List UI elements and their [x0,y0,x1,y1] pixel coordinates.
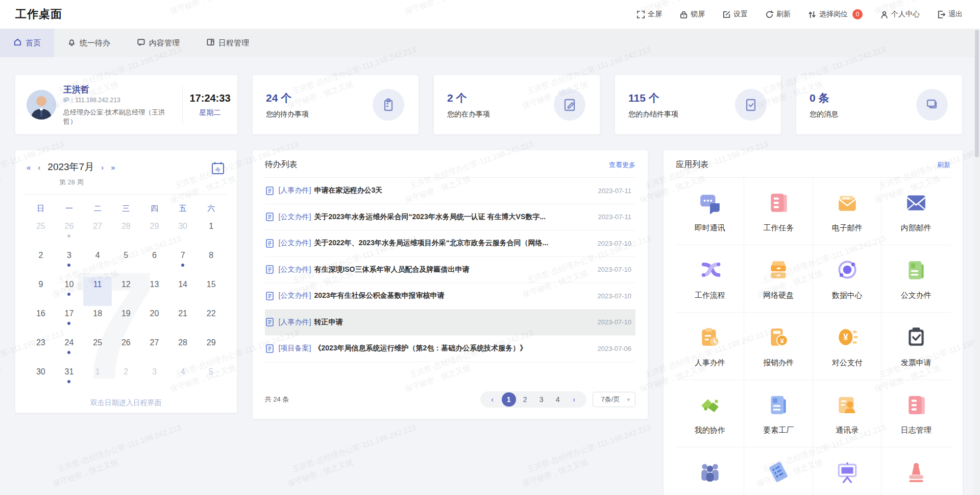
calendar-day[interactable]: 17 [55,306,84,335]
calendar-day[interactable]: 19 [112,306,140,335]
header-action-选择岗位[interactable]: 选择岗位0 [808,9,863,19]
calendar-day[interactable]: 7 [168,248,197,277]
todo-item[interactable]: [项目备案]《2023年局信息系统运行维护（第2包：基础办公系统技术服务）》20… [265,336,635,362]
calendar-day[interactable]: 13 [140,277,169,306]
app-board-icon[interactable] [813,447,882,495]
app-电子邮件[interactable]: 电子邮件 [813,178,882,245]
todo-item[interactable]: [公文办件]关于2023年水务运维外采合同“2023年水务局统一认证 有生博大V… [265,204,635,231]
todo-item[interactable]: [公文办件]关于2022年、2023年水务局运维项目外采“北京市政务云服务合同（… [265,230,635,257]
app-即时通讯[interactable]: 即时通讯 [676,178,745,245]
today-icon[interactable]: 今 [210,160,226,178]
calendar-day[interactable]: 5 [112,248,140,277]
app-我的协作[interactable]: 我的协作 [676,380,745,447]
calendar-day[interactable]: 26 [112,335,140,364]
app-日志管理[interactable]: 日志管理 [881,380,950,447]
calendar-day[interactable]: 22 [197,306,226,335]
calendar-day[interactable]: 1 [83,364,112,393]
calendar-day[interactable]: 15 [197,277,226,306]
app-工作流程[interactable]: 工作流程 [676,245,745,313]
app-people-icon[interactable] [676,447,745,495]
header-action-设置[interactable]: 设置 [722,10,748,19]
todo-item[interactable]: [人事办件]转正申请2023-07-10 [265,310,635,336]
calendar-day[interactable]: 27 [140,335,169,364]
calendar-day[interactable]: 2 [27,248,55,277]
app-数据中心[interactable]: 数据中心 [813,245,882,313]
stat-card-4[interactable]: 0 条您的消息 [796,75,962,134]
next-year-button[interactable]: » [111,163,115,172]
view-more-link[interactable]: 查看更多 [609,160,635,170]
calendar-day[interactable]: 14 [168,277,197,306]
app-报销办件[interactable]: ¥报销办件 [744,313,813,380]
page-button-2[interactable]: 2 [518,392,532,407]
todo-item[interactable]: [公文办件]有生深境ISO三体系年审人员配合及牌匾借出申请2023-07-10 [265,257,635,284]
calendar-day[interactable]: 29 [140,219,169,248]
calendar-day[interactable]: 28 [168,335,197,364]
calendar-day[interactable]: 26 [55,219,84,248]
calendar-day[interactable]: 12 [112,277,140,306]
calendar-day[interactable]: 25 [83,335,112,364]
header-action-退出[interactable]: 退出 [937,10,963,19]
calendar-day[interactable]: 30 [168,219,197,248]
app-要素工厂[interactable]: 要素工厂 [744,380,813,447]
page-button-3[interactable]: 3 [534,392,549,407]
calendar-day[interactable]: 6 [140,248,169,277]
scrollbar-thumb[interactable] [975,30,979,157]
calendar-day[interactable]: 31 [55,364,84,393]
calendar-day[interactable]: 29 [197,335,226,364]
calendar-day-selected[interactable]: 11 [83,277,112,306]
calendar-day[interactable]: 24 [55,335,84,364]
calendar-day[interactable]: 21 [168,306,197,335]
calendar-day[interactable]: 4 [168,364,197,393]
calendar-day[interactable]: 1 [197,219,226,248]
calendar-day[interactable]: 3 [140,364,169,393]
app-发票申请[interactable]: 发票申请 [881,313,950,380]
calendar-day[interactable]: 25 [27,219,55,248]
calendar-day[interactable]: 10 [55,277,84,306]
app-网络硬盘[interactable]: 网络硬盘 [744,245,813,313]
calendar-day[interactable]: 5 [197,364,226,393]
app-对公支付[interactable]: ¥对公支付 [813,313,882,380]
prev-page-button[interactable]: ‹ [485,392,500,407]
calendar-day[interactable]: 23 [27,335,55,364]
next-page-button[interactable]: › [567,392,581,407]
tab-内容管理[interactable]: 内容管理 [124,29,193,57]
todo-item[interactable]: [人事办件]申请在家远程办公3天2023-07-11 [265,178,635,204]
app-paper-tilt-icon[interactable] [744,447,813,495]
apps-refresh-link[interactable]: 刷新 [937,160,950,170]
tab-统一待办[interactable]: 统一待办 [54,29,124,57]
app-人事办件[interactable]: 人事办件 [676,313,745,380]
page-button-4[interactable]: 4 [551,392,565,407]
page-button-1[interactable]: 1 [502,392,516,407]
prev-year-button[interactable]: « [27,163,31,172]
calendar-day[interactable]: 27 [83,219,112,248]
header-action-刷新[interactable]: 刷新 [765,10,791,19]
todo-page-size-select[interactable]: 7条/页 ▾ [593,392,635,407]
app-stamp-icon[interactable] [881,447,950,495]
calendar-hint[interactable]: 双击日期进入日程界面 [27,393,226,413]
calendar-day[interactable]: 28 [112,219,140,248]
stat-card-1[interactable]: 24 个您的待办事项 [253,75,419,134]
calendar-day[interactable]: 3 [55,248,84,277]
stat-card-3[interactable]: 115 个您的办结件事项 [615,75,781,134]
next-month-button[interactable]: › [101,163,104,172]
page-scrollbar[interactable] [974,29,980,495]
calendar-day[interactable]: 8 [197,248,226,277]
app-内部邮件[interactable]: 内部邮件 [881,178,950,245]
app-公文办件[interactable]: 公文办件 [881,245,950,313]
app-通讯录[interactable]: 通讯录 [813,380,882,447]
tab-日程管理[interactable]: 日程管理 [193,29,262,57]
header-action-锁屏[interactable]: 锁屏 [679,10,705,19]
calendar-day[interactable]: 16 [27,306,55,335]
app-工作任务[interactable]: 工作任务 [744,178,813,245]
header-action-全屏[interactable]: 全屏 [636,10,662,19]
tab-首页[interactable]: 首页 [0,29,54,57]
calendar-day[interactable]: 9 [27,277,55,306]
prev-month-button[interactable]: ‹ [38,163,40,172]
calendar-day[interactable]: 30 [27,364,55,393]
calendar-day[interactable]: 4 [83,248,112,277]
header-action-个人中心[interactable]: 个人中心 [880,10,920,19]
calendar-day[interactable]: 18 [83,306,112,335]
calendar-day[interactable]: 20 [140,306,169,335]
calendar-day[interactable]: 2 [112,364,140,393]
todo-item[interactable]: [公文办件]2023年有生社保公积金基数申报审核申请2023-07-10 [265,283,635,310]
